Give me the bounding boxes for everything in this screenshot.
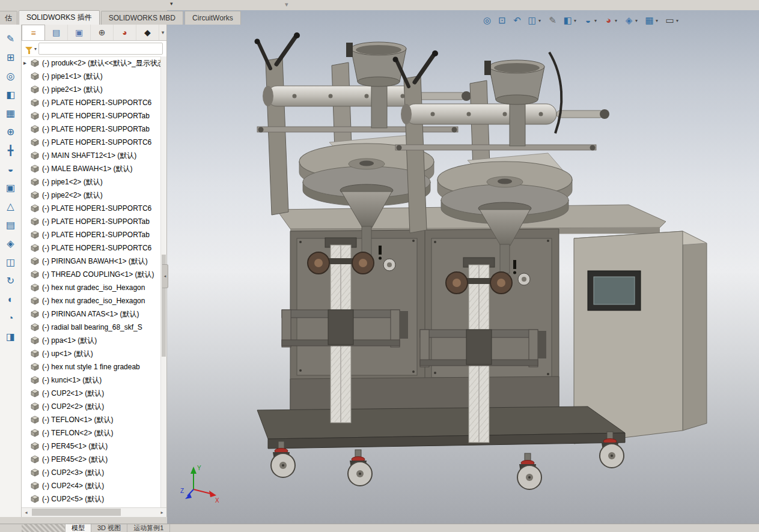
linear-pattern-icon[interactable]: ▦ (2, 104, 20, 122)
show-hidden-components-icon[interactable]: ◒ (2, 160, 20, 178)
edit-appearance-icon[interactable]: ◕ ▾ (601, 13, 621, 28)
smart-fastener-icon[interactable]: ⊕ (2, 122, 20, 141)
tree-item[interactable]: (-) PLATE HOPER1-SUPPORTC6 (22, 202, 161, 215)
tree-item[interactable]: (-) PLATE HOPER1-SUPPORTab (22, 215, 161, 228)
graphics-area[interactable]: Y X Z ◎ ▾ ⊡ ▾ ↶ ▾ ◫ ▾ (167, 10, 759, 532)
tree-item[interactable]: (-) hex nut gradec_iso_Hexagon (22, 294, 161, 307)
filter-caret-icon[interactable]: ▾ (34, 46, 37, 52)
tree-item[interactable]: (-) PLATE HOPER1-SUPPORTC6 (22, 136, 161, 149)
tree-item[interactable]: (-) CUP2<4> (默认) (22, 479, 161, 492)
scroll-left-arrow-icon[interactable]: ◂ (22, 508, 31, 517)
measure-icon[interactable]: ◔ (2, 309, 20, 327)
tree-item[interactable]: (-) produk<2> (默认<<默认>_显示状态 (22, 56, 161, 70)
scroll-right-arrow-icon[interactable]: ▸ (157, 508, 166, 517)
toolbar-options-caret-icon[interactable]: ▾ (170, 1, 173, 7)
manager-tabs-caret-icon[interactable]: ▾ (159, 25, 166, 40)
tree-item[interactable]: (-) kunci<1> (默认) (22, 373, 161, 387)
scrollbar-track[interactable] (31, 508, 157, 517)
tree-item[interactable]: (-) up<1> (默认) (22, 347, 161, 360)
featuremanager-tab[interactable]: ≡ (22, 25, 45, 40)
tree-item[interactable]: (-) CUP2<1> (默认) (22, 387, 161, 400)
hide-show-items-icon[interactable]: ◒ ▾ (581, 13, 601, 28)
tree-item[interactable]: (-) CUP2<5> (默认) (22, 492, 161, 506)
caster-wheel[interactable] (517, 453, 541, 489)
tree-item[interactable]: (-) hex nut gradec_iso_Hexagon (22, 281, 161, 294)
tree-item[interactable]: (-) pipe1<2> (默认) (22, 175, 161, 189)
dropdown-caret-icon[interactable]: ▾ (594, 18, 600, 23)
tree-item[interactable]: (-) TEFLON<1> (默认) (22, 413, 161, 426)
mate-icon[interactable]: ◎ (2, 67, 20, 85)
ribbon-tab-evaluate-partial[interactable]: 估 (0, 11, 17, 25)
tree-item[interactable]: (-) PIRINGAN ATAS<1> (默认) (22, 307, 161, 321)
scrollbar-thumb[interactable] (32, 509, 121, 516)
tree-item[interactable]: (-) THREAD COUPLING<1> (默认) (22, 268, 161, 281)
tree-item[interactable]: (-) pipe2<2> (默认) (22, 189, 161, 202)
interference-detection-icon[interactable]: ◐ (2, 290, 20, 309)
dropdown-caret-icon[interactable]: ▾ (574, 18, 579, 23)
screen-view-icon[interactable]: ▭ ▾ (662, 13, 683, 28)
previous-view-icon[interactable]: ↶ ▾ (510, 13, 525, 28)
dropdown-caret-icon[interactable]: ▾ (615, 18, 620, 23)
bill-of-materials-icon[interactable]: ▤ (2, 216, 20, 234)
displaymanager-tab[interactable]: ◕ (114, 25, 136, 40)
reference-geometry-icon[interactable]: △ (2, 197, 20, 216)
instant-3d-icon[interactable]: ◫ (2, 253, 20, 271)
tree-item[interactable]: (-) PER45<1> (默认) (22, 440, 161, 453)
cam-tab[interactable]: ◆ (136, 25, 159, 40)
dimxpertmanager-tab[interactable]: ⊕ (91, 25, 114, 40)
document-tab[interactable]: 模型 (66, 524, 91, 532)
tree-item[interactable]: (-) hex nut style 1 fine gradeab (22, 360, 161, 373)
edit-component-icon[interactable]: ✎ (2, 29, 20, 48)
tree-item[interactable]: (-) PER45<2> (默认) (22, 453, 161, 466)
tree-item[interactable]: (-) ppa<1> (默认) (22, 334, 161, 347)
display-style-icon[interactable]: ◧ ▾ (560, 13, 581, 28)
section-view-icon[interactable]: ◫ ▾ (525, 13, 545, 28)
annotation-icon[interactable]: ✎ ▾ (545, 13, 560, 28)
tree-item[interactable]: (-) TEFLON<2> (默认) (22, 426, 161, 440)
tree-item[interactable]: (-) PLATE HOPER1-SUPPORTab (22, 109, 161, 122)
document-tab[interactable]: 运动算例1 (127, 524, 170, 532)
dropdown-caret-icon[interactable]: ▾ (676, 18, 681, 23)
tree-item[interactable]: (-) PLATE HOPER1-SUPPORTC6 (22, 241, 161, 255)
ribbon-expand-caret-icon[interactable]: ▾ (285, 1, 288, 8)
tree-item[interactable]: (-) radial ball bearing_68_skf_S (22, 321, 161, 334)
assembly-features-icon[interactable]: ▣ (2, 178, 20, 197)
display-style-icon[interactable]: ◧ (2, 85, 20, 104)
insert-component-icon[interactable]: ⊞ (2, 48, 20, 67)
tree-item[interactable]: (-) PIRINGAN BAWAH<1> (默认) (22, 255, 161, 268)
section-icon[interactable]: ◨ (2, 327, 20, 346)
tree-item[interactable]: (-) pipe1<1> (默认) (22, 70, 161, 83)
ribbon-tab[interactable]: SOLIDWORKS MBD (101, 11, 183, 25)
ribbon-tab[interactable]: SOLIDWORKS 插件 (19, 10, 100, 25)
caster-wheel[interactable] (348, 450, 372, 486)
tree-item[interactable]: (-) MALE BAWAH<1> (默认) (22, 162, 161, 175)
tree-item[interactable]: (-) CUP2<2> (默认) (22, 400, 161, 413)
dropdown-caret-icon[interactable]: ▾ (656, 18, 661, 23)
rebuild-icon[interactable]: ↻ (2, 271, 20, 290)
tree-item[interactable]: (-) PLATE HOPER1-SUPPORTab (22, 122, 161, 136)
tree-item[interactable]: (-) PLATE HOPER1-SUPPORTC6 (22, 96, 161, 109)
dropdown-caret-icon[interactable]: ▾ (538, 18, 544, 23)
zoom-to-area-icon[interactable]: ⊡ ▾ (495, 13, 510, 28)
machine-base[interactable] (257, 407, 625, 449)
dropdown-caret-icon[interactable]: ▾ (635, 18, 641, 23)
tree-item[interactable]: (-) pipe2<1> (默认) (22, 83, 161, 96)
featurepane-collapse-handle[interactable]: ◂ (162, 264, 168, 288)
propertymanager-tab[interactable]: ▤ (45, 25, 68, 40)
ribbon-tab[interactable]: CircuitWorks (184, 11, 241, 25)
tree-item[interactable]: (-) MAIN SHAFT12<1> (默认) (22, 149, 161, 162)
machine-3d-model[interactable]: Y X Z (167, 10, 759, 532)
tree-expander-icon[interactable]: ▸ (23, 59, 26, 66)
zoom-to-fit-icon[interactable]: ◎ ▾ (480, 13, 495, 28)
tree-item[interactable]: (-) CUP2<3> (默认) (22, 466, 161, 479)
exploded-view-icon[interactable]: ◈ (2, 234, 20, 253)
view-settings-icon[interactable]: ▦ ▾ (642, 13, 662, 28)
configurationmanager-tab[interactable]: ▣ (68, 25, 91, 40)
tree-item[interactable]: (-) PLATE HOPER1-SUPPORTab (22, 228, 161, 241)
component-filter-input[interactable] (38, 43, 163, 55)
apply-scene-icon[interactable]: ◈ ▾ (621, 13, 642, 28)
move-component-icon[interactable]: ╋ (2, 141, 20, 160)
filter-funnel-icon[interactable] (25, 47, 32, 51)
document-tab[interactable]: 3D 视图 (91, 524, 127, 532)
tree-horizontal-scrollbar[interactable]: ◂ ▸ (22, 507, 166, 517)
